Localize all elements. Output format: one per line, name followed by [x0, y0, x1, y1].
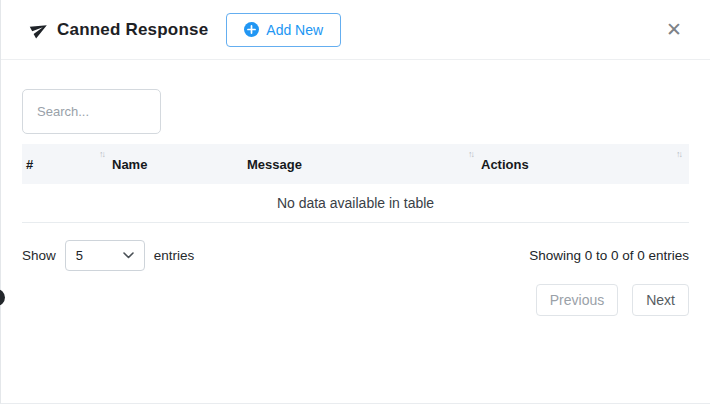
- modal-header: Canned Response Add New ✕: [1, 0, 710, 60]
- next-button[interactable]: Next: [632, 284, 689, 316]
- column-header-message[interactable]: Message ↑↓: [247, 144, 481, 184]
- page-size-value: 5: [76, 248, 83, 263]
- empty-message: No data available in table: [277, 195, 434, 211]
- search-input[interactable]: [22, 89, 161, 134]
- sort-icon: ↑↓: [99, 149, 104, 159]
- page-length-control: Show 5 entries: [22, 240, 194, 271]
- column-header-message-label: Message: [247, 157, 302, 172]
- column-header-name-label: Name: [112, 157, 147, 172]
- column-header-actions[interactable]: Actions ↑↓: [481, 144, 689, 184]
- page-size-select[interactable]: 5: [65, 240, 145, 271]
- close-icon: ✕: [666, 19, 682, 40]
- pagination: Previous Next: [22, 284, 689, 316]
- table-footer: Show 5 entries Showing 0 to 0 of 0 entri…: [22, 240, 689, 271]
- table-header-row: # ↑↓ Name Message ↑↓ Actions ↑↓: [22, 144, 689, 184]
- canned-response-modal: Canned Response Add New ✕ # ↑↓ Name Mess…: [0, 0, 710, 404]
- add-new-button[interactable]: Add New: [226, 13, 341, 47]
- modal-title: Canned Response: [57, 20, 208, 40]
- close-button[interactable]: ✕: [662, 18, 686, 41]
- modal-body: # ↑↓ Name Message ↑↓ Actions ↑↓ No data …: [1, 60, 710, 316]
- column-header-actions-label: Actions: [481, 157, 529, 172]
- entries-label: entries: [154, 248, 195, 263]
- show-label: Show: [22, 248, 56, 263]
- plus-circle-icon: [244, 22, 259, 37]
- sort-icon: ↑↓: [676, 149, 681, 159]
- column-header-name[interactable]: Name: [112, 144, 247, 184]
- column-header-number-label: #: [26, 157, 33, 172]
- previous-button[interactable]: Previous: [536, 284, 618, 316]
- send-icon: [27, 16, 51, 40]
- sort-icon: ↑↓: [468, 149, 473, 159]
- column-header-number[interactable]: # ↑↓: [22, 144, 112, 184]
- chevron-down-icon: [123, 252, 134, 259]
- results-summary: Showing 0 to 0 of 0 entries: [529, 248, 689, 263]
- table-empty-row: No data available in table: [22, 184, 689, 223]
- add-new-label: Add New: [266, 22, 323, 38]
